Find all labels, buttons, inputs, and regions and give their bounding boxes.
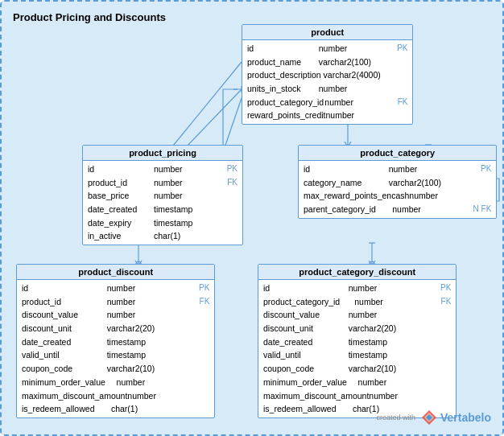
table-row: base_price number	[83, 189, 242, 203]
table-product-pricing: product_pricing id number PK product_id …	[82, 145, 243, 245]
table-row: coupon_code varchar2(10)	[17, 362, 214, 376]
table-row: id number PK	[242, 42, 412, 56]
table-row: max_reward_points_encash number	[299, 189, 496, 203]
table-product-discount: product_discount id number PK product_id…	[16, 264, 215, 418]
table-row: date_created timestamp	[83, 203, 242, 216]
table-row: parent_category_id number N FK	[299, 203, 496, 216]
table-row: product_name varchar2(100)	[242, 56, 412, 69]
table-row: date_created timestamp	[258, 335, 456, 349]
table-row: is_redeem_allowed char(1)	[17, 402, 214, 416]
table-product-body: id number PK product_name varchar2(100) …	[242, 40, 412, 124]
table-row: reward_points_credit number	[242, 109, 412, 122]
table-row: id number PK	[83, 162, 242, 176]
table-row: units_in_stock number	[242, 82, 412, 96]
table-row: product_description varchar2(4000)	[242, 68, 412, 82]
table-product: product id number PK product_name varcha…	[242, 24, 413, 125]
table-row: id number PK	[17, 282, 214, 295]
table-row: maximum_discount_amount number	[17, 389, 214, 403]
table-row: discount_value number	[17, 308, 214, 322]
table-product-category-discount-body: id number PK product_category_id number …	[258, 280, 456, 417]
table-row: valid_until timestamp	[258, 348, 456, 362]
table-product-header: product	[242, 25, 412, 40]
table-row: category_name varchar2(100)	[299, 176, 496, 190]
vertabelo-logo: Vertabelo	[420, 409, 491, 426]
table-row: product_category_id number FK	[258, 295, 456, 309]
table-row: maximum_discount_amount number	[258, 389, 456, 403]
table-row: discount_unit varchar2(20)	[17, 322, 214, 335]
table-product-category-body: id number PK category_name varchar2(100)…	[299, 161, 496, 218]
table-product-category-discount-header: product_category_discount	[258, 265, 456, 280]
table-row: date_expiry timestamp	[83, 216, 242, 230]
table-row: product_id number FK	[83, 176, 242, 190]
table-product-pricing-header: product_pricing	[83, 146, 242, 161]
table-row: minimum_order_value number	[17, 376, 214, 389]
svg-line-0	[163, 62, 242, 158]
table-row: valid_until timestamp	[17, 348, 214, 362]
table-row: in_active char(1)	[83, 229, 242, 243]
table-row: id number PK	[258, 282, 456, 295]
table-row: product_id number FK	[17, 295, 214, 309]
table-product-category-header: product_category	[299, 146, 496, 161]
table-product-category: product_category id number PK category_n…	[298, 145, 497, 219]
table-row: date_created timestamp	[17, 335, 214, 349]
table-product-category-discount: product_category_discount id number PK p…	[258, 264, 456, 418]
table-product-discount-body: id number PK product_id number FK discou…	[17, 280, 214, 417]
vertabelo-name: Vertabelo	[440, 411, 491, 424]
diagram-container: Product Pricing and Discounts	[0, 0, 504, 436]
table-row: product_category_id number FK	[242, 96, 412, 109]
table-product-pricing-body: id number PK product_id number FK base_p…	[83, 161, 242, 245]
table-row: id number PK	[299, 162, 496, 176]
table-row: discount_value number	[258, 308, 456, 322]
table-row: minimum_order_value number	[258, 376, 456, 389]
created-with-text: created with	[376, 413, 415, 422]
table-row: discount_unit varchar2(20)	[258, 322, 456, 335]
table-row: coupon_code varchar2(10)	[258, 362, 456, 376]
logo-diamond-icon	[420, 409, 438, 426]
branding: created with Vertabelo	[376, 409, 491, 426]
table-product-discount-header: product_discount	[17, 265, 214, 280]
diagram-title: Product Pricing and Discounts	[10, 10, 494, 25]
